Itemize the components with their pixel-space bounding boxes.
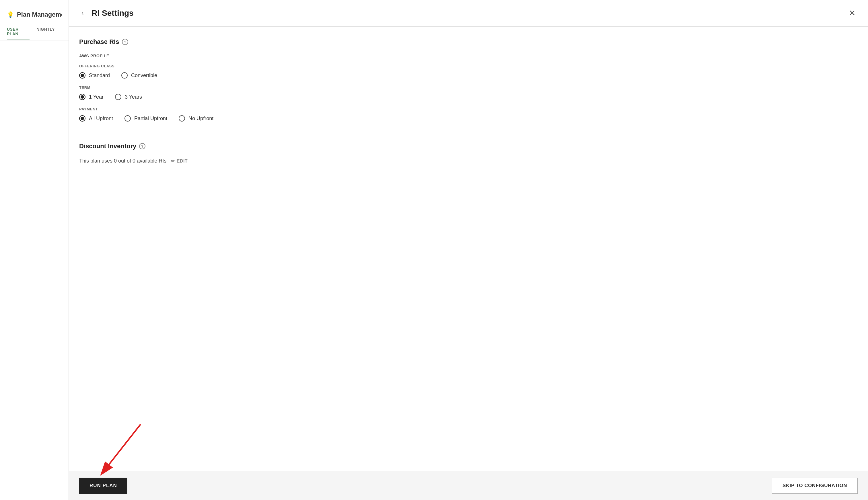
payment-radio-group: All Upfront Partial Upfront No Upfront (79, 115, 858, 122)
term-1-year-label: 1 Year (89, 94, 103, 100)
offering-class-standard-label: Standard (89, 72, 110, 79)
modal-title: RI Settings (91, 9, 846, 18)
term-1-year-radio-inner (81, 95, 84, 99)
offering-class-convertible-label: Convertible (131, 72, 157, 79)
discount-description: This plan uses 0 out of 0 available RIs (79, 158, 166, 164)
payment-partial-upfront-radio[interactable] (124, 115, 131, 122)
sidebar-header: 💡 Plan Managemer (0, 6, 69, 23)
offering-class-radio-group: Standard Convertible (79, 72, 858, 79)
modal-body: Purchase RIs ? AWS PROFILE OFFERING CLAS… (69, 27, 868, 471)
payment-label: PAYMENT (79, 107, 858, 111)
offering-class-standard-radio[interactable] (79, 72, 86, 79)
edit-link[interactable]: ✏ EDIT (171, 158, 188, 164)
payment-all-upfront-radio[interactable] (79, 115, 86, 122)
section-divider (79, 133, 858, 133)
term-1-year[interactable]: 1 Year (79, 94, 103, 100)
offering-class-convertible-radio[interactable] (121, 72, 128, 79)
purchase-ris-title: Purchase RIs ? (79, 38, 858, 46)
aws-profile-label: AWS PROFILE (79, 54, 858, 58)
modal-panel: ‹ RI Settings ✕ Purchase RIs ? AWS PROFI… (69, 0, 868, 500)
sidebar-tabs: USER PLAN NIGHTLY (0, 23, 69, 41)
purchase-ris-section: Purchase RIs ? AWS PROFILE OFFERING CLAS… (79, 38, 858, 122)
discount-inventory-title: Discount Inventory ? (79, 143, 858, 150)
modal-footer: RUN PLAN SKIP TO CONFIGURATION (69, 471, 868, 500)
sidebar-title: Plan Managemer (17, 11, 62, 18)
sidebar-tab-user-plan[interactable]: USER PLAN (7, 23, 30, 40)
edit-label: EDIT (177, 159, 188, 164)
offering-class-label: OFFERING CLASS (79, 64, 858, 68)
run-plan-button[interactable]: RUN PLAN (79, 478, 127, 494)
plan-icon: 💡 (7, 11, 14, 18)
payment-partial-upfront-label: Partial Upfront (134, 115, 167, 122)
purchase-ris-help-icon[interactable]: ? (122, 39, 128, 45)
offering-class-standard[interactable]: Standard (79, 72, 110, 79)
back-button[interactable]: ‹ (79, 8, 86, 18)
term-label: TERM (79, 86, 858, 90)
discount-inventory-help-icon[interactable]: ? (139, 143, 145, 149)
payment-all-upfront-label: All Upfront (89, 115, 113, 122)
sidebar-tab-nightly[interactable]: NIGHTLY (36, 23, 55, 40)
payment-all-upfront[interactable]: All Upfront (79, 115, 113, 122)
offering-class-standard-radio-inner (81, 74, 84, 77)
payment-no-upfront[interactable]: No Upfront (179, 115, 213, 122)
payment-partial-upfront[interactable]: Partial Upfront (124, 115, 167, 122)
skip-to-configuration-button[interactable]: SKIP TO CONFIGURATION (772, 478, 858, 494)
offering-class-convertible[interactable]: Convertible (121, 72, 157, 79)
term-3-years[interactable]: 3 Years (115, 94, 142, 100)
term-3-years-radio[interactable] (115, 94, 121, 100)
term-group: TERM 1 Year 3 Years (79, 86, 858, 100)
sidebar: 💡 Plan Managemer USER PLAN NIGHTLY (0, 0, 69, 500)
aws-profile-section: AWS PROFILE OFFERING CLASS Standard (79, 54, 858, 122)
edit-icon: ✏ (171, 158, 175, 164)
term-1-year-radio[interactable] (79, 94, 86, 100)
payment-no-upfront-radio[interactable] (179, 115, 185, 122)
modal-header: ‹ RI Settings ✕ (69, 0, 868, 27)
close-button[interactable]: ✕ (846, 8, 858, 18)
payment-all-upfront-radio-inner (81, 117, 84, 120)
payment-no-upfront-label: No Upfront (189, 115, 213, 122)
offering-class-group: OFFERING CLASS Standard Convertible (79, 64, 858, 79)
discount-inventory-text: This plan uses 0 out of 0 available RIs … (79, 158, 858, 164)
term-radio-group: 1 Year 3 Years (79, 94, 858, 100)
discount-inventory-section: Discount Inventory ? This plan uses 0 ou… (79, 143, 858, 164)
payment-group: PAYMENT All Upfront Partial Upfront (79, 107, 858, 122)
term-3-years-label: 3 Years (125, 94, 142, 100)
